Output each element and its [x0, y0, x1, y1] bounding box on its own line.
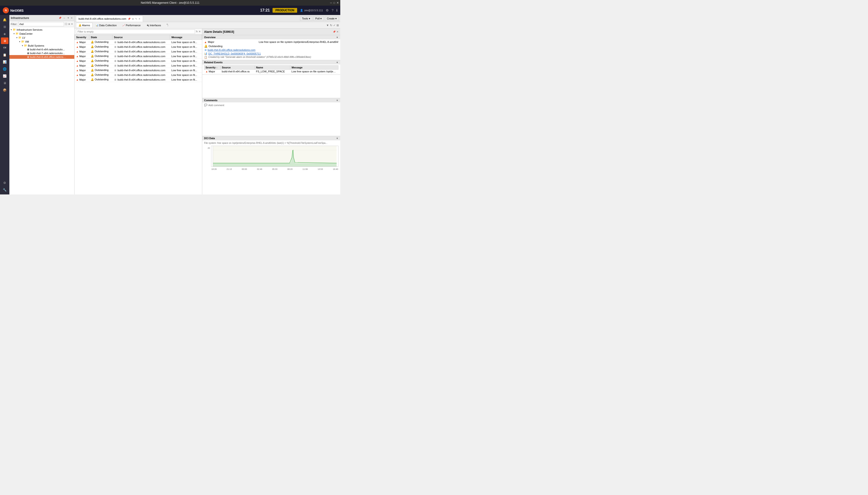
related-event-row[interactable]: ▲ Major build-rhel-8-x64.office.ra FS_LO…: [204, 70, 338, 73]
tab-close-icon[interactable]: ✕: [138, 18, 140, 20]
sidebar-icon-reports[interactable]: 📊: [1, 58, 8, 65]
list-filter-input[interactable]: [76, 30, 195, 34]
add-comment-label: Add comment: [208, 104, 224, 107]
col-severity[interactable]: Severity: [75, 35, 89, 40]
pin-tool[interactable]: 📌: [58, 16, 62, 19]
filter-remove-icon[interactable]: ✕: [71, 23, 73, 25]
sidebar-icon-events[interactable]: 📋: [1, 52, 8, 58]
create-menu-button[interactable]: Create ▾: [325, 16, 339, 21]
minimize-button[interactable]: ─: [330, 1, 332, 5]
sidebar-icon-alerts[interactable]: 🔔: [1, 16, 8, 23]
open-icon[interactable]: ⊞: [337, 24, 339, 27]
alarm-row[interactable]: ▲ Major 🔔 Outstanding 🖥 build-rhel-8-x64…: [75, 68, 202, 73]
list-filter-remove-icon[interactable]: ✕: [199, 30, 201, 33]
alarm-row[interactable]: ▲ Major 🔔 Outstanding 🖥 build-rhel-8-x64…: [75, 77, 202, 82]
filter-clear-icon[interactable]: ⓘ: [65, 22, 67, 26]
alarm-row[interactable]: ▲ Major 🔔 Outstanding 🖥 build-rhel-8-x64…: [75, 49, 202, 54]
content-title-tab[interactable]: build-rhel-8-x64.office.radensolutions.c…: [76, 16, 143, 22]
more-tool[interactable]: ≡: [70, 16, 73, 19]
vm-label: VM: [25, 40, 29, 43]
maximize-button[interactable]: □: [334, 1, 335, 5]
time-display: 17:21: [260, 8, 270, 13]
tab-interfaces[interactable]: 🔌 Interfaces: [144, 23, 164, 28]
info-icon[interactable]: ℹ: [336, 8, 338, 12]
dup-icon[interactable]: ⊕: [132, 18, 134, 20]
tree-item-infra-services[interactable]: ▼ 📁 Infrastructure Services: [10, 28, 74, 32]
edit-icon[interactable]: ✎: [135, 18, 137, 20]
related-events-collapse-icon[interactable]: ▼: [336, 61, 338, 64]
re-col-severity[interactable]: Severity ↑: [204, 66, 221, 70]
sidebar-icon-admin[interactable]: 🔧: [1, 186, 8, 193]
alarm-row[interactable]: ▲ Major 🔔 Outstanding 🖥 build-rhel-8-x64…: [75, 58, 202, 63]
filter-options-icon[interactable]: ⊛: [68, 23, 70, 25]
help-icon[interactable]: ?: [331, 8, 334, 12]
re-col-message[interactable]: Message: [290, 66, 338, 70]
tree-item-vm[interactable]: ▼ 📁 VM: [10, 39, 74, 44]
re-col-name[interactable]: Name: [255, 66, 290, 70]
refresh-icon[interactable]: ↻: [330, 24, 332, 27]
tree-item-rhel8[interactable]: 🖥 build-rhel-8-x64.office.radensolutio..…: [10, 55, 74, 59]
col-message[interactable]: Message: [170, 35, 202, 40]
tools-menu-button[interactable]: Tools ▾: [300, 16, 312, 21]
alarms-section: ↻ ✕ Severity State Source Message: [74, 29, 202, 194]
sidebar-icon-dashboard[interactable]: ⊞: [1, 23, 8, 30]
re-message: Low free space on file system /opt/jenki…: [290, 70, 338, 73]
row-message: Low free space on fil...: [171, 41, 197, 44]
tab-alarms[interactable]: 🔔 Alarms: [76, 23, 92, 28]
alarm-row[interactable]: ▲ Major 🔔 Outstanding 🖥 build-rhel-8-x64…: [75, 40, 202, 45]
comments-area: [202, 108, 340, 136]
filter-tool[interactable]: ▼: [67, 16, 70, 19]
row-message: Low free space on fil...: [171, 64, 197, 67]
overview-collapse-icon[interactable]: ▼: [336, 36, 338, 39]
title-bar: NetXMS Management Client - zev@10.5.5.11…: [0, 0, 340, 6]
alarm-row[interactable]: ▲ Major 🔔 Outstanding 🖥 build-rhel-8-x64…: [75, 63, 202, 68]
comments-title: Comments: [204, 99, 218, 102]
tree-item-rhel7[interactable]: 🖥 build-rhel-7-x64.radensolutio...: [10, 51, 74, 55]
alarm-row[interactable]: ▲ Major 🔔 Outstanding 🖥 build-rhel-8-x64…: [75, 54, 202, 58]
filter-input[interactable]: [18, 22, 64, 26]
overview-section-header[interactable]: Overview ▼: [202, 35, 340, 39]
re-severity-text: Major: [208, 70, 215, 73]
alarm-row[interactable]: ▲ Major 🔔 Outstanding 🖥 build-rhel-8-x64…: [75, 45, 202, 49]
col-source[interactable]: Source: [113, 35, 170, 40]
dc-tab-icon: 📊: [96, 24, 98, 27]
tree-item-lv[interactable]: ▼ 📁 LV: [10, 36, 74, 39]
expand-tool[interactable]: ↔: [63, 16, 66, 19]
sidebar-icon-packages[interactable]: 📦: [1, 87, 8, 93]
sidebar-icon-topology[interactable]: 🌐: [1, 66, 8, 72]
sidebar-icon-maps[interactable]: 🗺: [1, 45, 8, 51]
y-label-20: 20: [204, 147, 211, 149]
ack-icon[interactable]: ✓: [333, 24, 336, 27]
row-severity-icon: ▲: [76, 64, 79, 67]
filter-alarms-icon[interactable]: ▼: [326, 24, 329, 27]
tab-performance[interactable]: 📈 Performance: [120, 23, 143, 28]
sidebar-icon-nodes[interactable]: 🖥: [1, 37, 8, 44]
alarm-pin-icon[interactable]: 📌: [333, 31, 336, 33]
alarms-tab-label: Alarms: [82, 24, 90, 27]
alarm-close-icon[interactable]: ✕: [337, 31, 338, 33]
dci-data-header[interactable]: DCI Data ▼: [202, 136, 340, 140]
re-col-source[interactable]: Source: [221, 66, 255, 70]
sidebar-icon-charts[interactable]: 📈: [1, 73, 8, 79]
sidebar-icon-network[interactable]: ◈: [1, 31, 8, 37]
sidebar-icon-screens[interactable]: 🖥: [1, 80, 8, 86]
comments-header[interactable]: Comments ▼: [202, 98, 340, 102]
list-filter-clear-icon[interactable]: ↻: [196, 30, 198, 33]
pin-icon[interactable]: 📌: [128, 18, 131, 20]
alarm-row[interactable]: ▲ Major 🔔 Outstanding 🖥 build-rhel-8-x64…: [75, 73, 202, 77]
tree-item-datacenter[interactable]: ▼ 📁 DataCenter: [10, 32, 74, 36]
comments-collapse-icon[interactable]: ▼: [336, 99, 338, 102]
tree-item-rhel6[interactable]: 🖥 build-rhel-6-x64.radensolutio...: [10, 48, 74, 51]
poll-menu-button[interactable]: Poll ▾: [313, 16, 324, 21]
dci-icon: 📊: [204, 52, 207, 55]
add-comment-row[interactable]: 💬 Add comment: [202, 102, 340, 108]
close-button[interactable]: ✕: [337, 1, 339, 5]
settings-icon[interactable]: ⚙: [326, 8, 329, 12]
tree-item-build-systems[interactable]: ▼ 📁 Build Systems: [10, 44, 74, 48]
tab-extra[interactable]: ";: [164, 23, 171, 28]
dci-data-collapse-icon[interactable]: ▼: [336, 137, 338, 140]
sidebar-icon-settings[interactable]: ⚙: [1, 180, 8, 186]
tab-datacollection[interactable]: 📊 Data Collection: [93, 23, 119, 28]
col-state[interactable]: State: [89, 35, 113, 40]
related-events-header[interactable]: Related Events ▼: [202, 60, 340, 64]
